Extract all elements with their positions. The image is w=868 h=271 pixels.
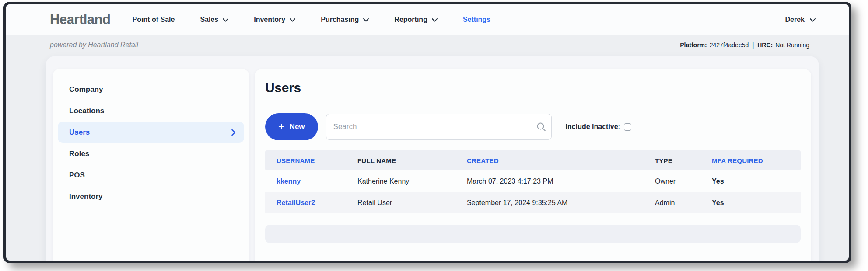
search-field-wrap bbox=[326, 114, 552, 140]
powered-by-text: powered by Heartland Retail bbox=[50, 41, 138, 49]
full-name-cell: Retail User bbox=[357, 199, 467, 207]
username-link[interactable]: kkenny bbox=[276, 177, 357, 185]
platform-value: 2427f4adee5d bbox=[710, 42, 749, 49]
mfa-required-cell: Yes bbox=[712, 199, 801, 207]
table-header-row: USERNAME FULL NAME CREATED TYPE MFA REQU… bbox=[265, 150, 801, 170]
platform-status: Platform: 2427f4adee5d | HRC: Not Runnin… bbox=[680, 42, 809, 49]
type-cell: Owner bbox=[655, 177, 712, 185]
nav-item-reporting[interactable]: Reporting bbox=[394, 16, 438, 24]
column-header-created[interactable]: CREATED bbox=[467, 157, 655, 164]
settings-panel: Company Locations Users Roles POS Invent… bbox=[46, 56, 819, 263]
type-cell: Admin bbox=[655, 199, 712, 207]
mfa-required-cell: Yes bbox=[712, 177, 801, 185]
chevron-down-icon bbox=[223, 16, 228, 24]
users-content-card: Users + New Include Inactive: bbox=[255, 69, 811, 263]
column-header-full-name: FULL NAME bbox=[357, 157, 467, 164]
full-name-cell: Katherine Kenny bbox=[357, 177, 467, 185]
chevron-right-icon bbox=[231, 129, 235, 136]
subheader: powered by Heartland Retail Platform: 24… bbox=[6, 35, 849, 55]
sidebar-item-company[interactable]: Company bbox=[58, 79, 244, 100]
top-navbar: Heartland Point of Sale Sales Inventory … bbox=[6, 4, 849, 35]
include-inactive-control: Include Inactive: bbox=[566, 123, 631, 131]
created-cell: March 07, 2023 4:17:23 PM bbox=[467, 177, 655, 185]
username-link[interactable]: RetailUser2 bbox=[276, 199, 357, 207]
nav-item-sales[interactable]: Sales bbox=[200, 16, 228, 24]
settings-sidebar: Company Locations Users Roles POS Invent… bbox=[52, 69, 249, 263]
sidebar-item-inventory[interactable]: Inventory bbox=[58, 186, 244, 207]
created-cell: September 17, 2024 9:35:25 AM bbox=[467, 199, 655, 207]
users-table: USERNAME FULL NAME CREATED TYPE MFA REQU… bbox=[265, 150, 801, 243]
nav-item-inventory[interactable]: Inventory bbox=[254, 16, 295, 24]
sidebar-item-users[interactable]: Users bbox=[58, 122, 244, 143]
sidebar-item-locations[interactable]: Locations bbox=[58, 100, 244, 122]
chevron-down-icon bbox=[290, 16, 295, 24]
nav-items: Point of Sale Sales Inventory Purchasing bbox=[132, 16, 490, 24]
nav-item-point-of-sale[interactable]: Point of Sale bbox=[132, 16, 175, 24]
hrc-value: Not Running bbox=[775, 42, 809, 49]
status-separator: | bbox=[751, 42, 755, 49]
new-user-button[interactable]: + New bbox=[265, 113, 318, 140]
plus-icon: + bbox=[278, 121, 285, 132]
page-title: Users bbox=[265, 80, 801, 95]
heartland-logo: Heartland bbox=[50, 12, 110, 28]
table-row: kkenny Katherine Kenny March 07, 2023 4:… bbox=[265, 170, 801, 192]
chevron-down-icon bbox=[363, 16, 369, 24]
nav-item-purchasing[interactable]: Purchasing bbox=[321, 16, 369, 24]
user-menu[interactable]: Derek bbox=[785, 16, 816, 24]
include-inactive-label: Include Inactive: bbox=[566, 123, 620, 131]
sidebar-item-roles[interactable]: Roles bbox=[58, 143, 244, 164]
table-footer-empty-row bbox=[265, 225, 801, 243]
column-header-username[interactable]: USERNAME bbox=[276, 157, 357, 164]
include-inactive-checkbox[interactable] bbox=[624, 123, 631, 131]
chevron-down-icon bbox=[810, 16, 816, 24]
search-icon bbox=[536, 122, 546, 132]
users-toolbar: + New Include Inactive: bbox=[265, 113, 801, 140]
chevron-down-icon bbox=[432, 16, 438, 24]
table-row: RetailUser2 Retail User September 17, 20… bbox=[265, 192, 801, 213]
hrc-label: HRC: bbox=[757, 42, 773, 49]
nav-item-settings[interactable]: Settings bbox=[463, 16, 490, 24]
app-window: Heartland Point of Sale Sales Inventory … bbox=[4, 2, 851, 263]
search-input[interactable] bbox=[326, 114, 552, 140]
sidebar-item-pos[interactable]: POS bbox=[58, 164, 244, 186]
column-header-type: TYPE bbox=[655, 157, 712, 164]
platform-label: Platform: bbox=[680, 42, 707, 49]
column-header-mfa-required[interactable]: MFA REQUIRED bbox=[712, 157, 801, 164]
